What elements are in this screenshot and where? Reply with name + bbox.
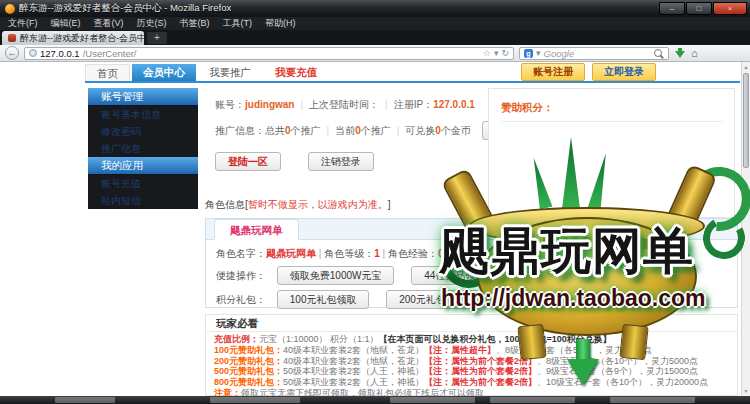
gift-200-button[interactable]: 200元礼包领取 bbox=[386, 290, 479, 309]
scroll-down-icon[interactable]: ▼ bbox=[742, 386, 750, 396]
role-stats-row: 角色名字：飓鼎玩网单 | 角色等级：1 | 角色经验：0 | 元宝：0 | 铜币… bbox=[206, 240, 737, 261]
title-bar: 醉东游--游戏爱好者整合-会员中心 - Mozilla Firefox – □ … bbox=[0, 0, 750, 17]
gift-100-button[interactable]: 100元礼包领取 bbox=[277, 290, 370, 309]
page-content: 首页 会员中心 我要推广 我要充值 账号注册 立即登录 账号管理 账号基本信息 … bbox=[0, 62, 750, 396]
pack-800-line: 800元赞助礼包：50级本职业套装2套（人王，神祗）【注：属性为前个套餐2倍】、… bbox=[214, 377, 729, 388]
windows-taskbar bbox=[0, 396, 750, 404]
sponsor-points-panel: 赞助积分： bbox=[488, 88, 735, 218]
points-gift-row: 积分礼包： 100元礼包领取 200元礼包领取 500元礼包领取 bbox=[216, 290, 737, 309]
site-identity-icon bbox=[29, 49, 37, 57]
free-yuanbao-button[interactable]: 领取免费1000W元宝 bbox=[277, 266, 395, 285]
sidebar-item-site-message[interactable]: 站内短信 bbox=[88, 192, 198, 209]
nav-right-buttons: 账号注册 立即登录 bbox=[514, 62, 656, 81]
promo-label: 推广信息： bbox=[215, 125, 265, 136]
sponsor-points-label: 赞助积分： bbox=[501, 101, 722, 122]
account-value: judingwan bbox=[245, 99, 294, 110]
menu-view[interactable]: 查看(V) bbox=[94, 17, 124, 30]
scrollbar-thumb[interactable] bbox=[743, 73, 749, 168]
navigation-toolbar: ← 127.0.0.1 /UserCenter/ ☆ ▾ ↻ g ▾ Googl… bbox=[0, 45, 750, 62]
window-controls: – □ × bbox=[658, 2, 747, 15]
pack-100-line: 100元赞助礼包：40级本职业套装2套（地狱，苍龙）【注：属性超牛】、8级宝石一… bbox=[214, 345, 729, 356]
menu-bar: 文件(F) 编辑(E) 查看(V) 历史(S) 书签(B) 工具(T) 帮助(H… bbox=[0, 17, 750, 30]
reload-icon[interactable]: ↻ bbox=[501, 48, 509, 59]
new-tab-button[interactable]: + bbox=[147, 32, 167, 44]
role-panel: 飓鼎玩网单 角色名字：飓鼎玩网单 | 角色等级：1 | 角色经验：0 | 元宝：… bbox=[205, 218, 738, 308]
minimize-button[interactable]: – bbox=[659, 2, 685, 15]
sidebar-item-account-basic-info[interactable]: 账号基本信息 bbox=[88, 106, 198, 123]
menu-tools[interactable]: 工具(T) bbox=[223, 17, 253, 30]
home-icon[interactable]: ⌂ bbox=[691, 47, 698, 60]
role-tab-bar: 飓鼎玩网单 bbox=[206, 219, 737, 240]
firefox-icon bbox=[5, 4, 15, 14]
players-must-read-panel: 玩家必看 充值比例：元宝（1:10000） 积分（1:1）【在本页面可以兑换积分… bbox=[205, 314, 738, 396]
menu-help[interactable]: 帮助(H) bbox=[265, 17, 296, 30]
menu-edit[interactable]: 编辑(E) bbox=[51, 17, 81, 30]
sidebar-item-promo-info[interactable]: 推广信息 bbox=[88, 140, 198, 157]
nav-tab-promote[interactable]: 我要推广 bbox=[198, 64, 262, 81]
role-tab[interactable]: 飓鼎玩网单 bbox=[214, 219, 299, 240]
pack-200-line: 200元赞助礼包：40级本职业套装2套（地狱，苍龙）【注：属性为前个套餐2倍】、… bbox=[214, 356, 729, 367]
nav-tab-recharge[interactable]: 我要充值 bbox=[264, 64, 328, 81]
role-info-suffix: ] bbox=[388, 199, 391, 210]
register-button[interactable]: 账号注册 bbox=[521, 63, 585, 81]
taskbar-button[interactable] bbox=[610, 397, 695, 403]
browser-tab[interactable]: 醉东游--游戏爱好者整合-会员中心 bbox=[2, 31, 144, 45]
taskbar-button[interactable] bbox=[210, 397, 300, 403]
nav-tab-home[interactable]: 首页 bbox=[85, 64, 130, 81]
site-favicon bbox=[8, 34, 16, 42]
last-login-label: 上次登陆时间： bbox=[309, 99, 379, 110]
must-read-lines: 充值比例：元宝（1:10000） 积分（1:1）【在本页面可以兑换积分礼包，10… bbox=[206, 332, 737, 396]
account-label: 账号： bbox=[215, 99, 245, 110]
menu-history[interactable]: 历史(S) bbox=[137, 17, 167, 30]
login-zone1-button[interactable]: 登陆一区 bbox=[215, 152, 281, 171]
search-icon[interactable] bbox=[654, 49, 662, 57]
menu-file[interactable]: 文件(F) bbox=[8, 17, 38, 30]
taskbar-button[interactable] bbox=[55, 397, 115, 403]
pack-500-line: 500元赞助礼包：50级本职业套装2套（人王，神祗）【注：属性为前个套餐2倍】、… bbox=[214, 366, 729, 377]
points-gift-label: 积分礼包： bbox=[216, 294, 266, 305]
sidebar-header-my-apps[interactable]: 我的应用 bbox=[88, 157, 198, 175]
search-input[interactable]: g ▾ Google bbox=[519, 47, 669, 60]
search-placeholder: Google bbox=[544, 48, 575, 59]
bookmark-star-icon[interactable]: ☆ bbox=[483, 48, 491, 59]
quick-actions-label: 便捷操作： bbox=[216, 270, 266, 281]
url-bar[interactable]: 127.0.0.1 /UserCenter/ ☆ ▾ ↻ bbox=[24, 47, 514, 60]
promo-convertible: 可兑换 bbox=[405, 125, 435, 136]
role-info-prefix: 角色信息[ bbox=[205, 199, 248, 210]
url-host: 127.0.0.1 bbox=[40, 48, 80, 59]
promo-current: 当前 bbox=[335, 125, 355, 136]
google-icon: g bbox=[524, 49, 533, 58]
url-path: /UserCenter/ bbox=[83, 48, 137, 59]
downloads-icon[interactable] bbox=[674, 47, 686, 59]
role-info-highlight: 暂时不做显示，以游戏内为准。 bbox=[248, 199, 388, 210]
site-top-nav: 首页 会员中心 我要推广 我要充值 账号注册 立即登录 bbox=[85, 62, 740, 83]
task-items-button[interactable]: 44任务品领取 bbox=[411, 266, 498, 285]
page-scrollbar[interactable]: ▲ ▼ bbox=[741, 62, 750, 396]
tab-strip: 醉东游--游戏爱好者整合-会员中心 + bbox=[0, 30, 750, 45]
must-read-title: 玩家必看 bbox=[206, 315, 737, 332]
menu-bookmarks[interactable]: 书签(B) bbox=[180, 17, 210, 30]
recharge-ratio-line: 充值比例：元宝（1:10000） 积分（1:1）【在本页面可以兑换积分礼包，10… bbox=[214, 334, 729, 345]
search-engine-dropdown-icon[interactable]: ▾ bbox=[536, 48, 541, 59]
close-button[interactable]: × bbox=[713, 2, 747, 15]
sidebar: 账号管理 账号基本信息 修改密码 推广信息 我的应用 账号充值 站内短信 bbox=[88, 88, 198, 209]
logout-button[interactable]: 注销登录 bbox=[308, 152, 374, 171]
register-ip-value: 127.0.0.1 bbox=[433, 99, 475, 110]
register-ip-label: 注册IP： bbox=[394, 99, 433, 110]
taskbar-button[interactable] bbox=[390, 397, 475, 403]
taskbar-button[interactable] bbox=[490, 397, 575, 403]
gift-500-button[interactable]: 500元礼包领取 bbox=[496, 290, 589, 309]
firefox-window: 醉东游--游戏爱好者整合-会员中心 - Mozilla Firefox – □ … bbox=[0, 0, 750, 404]
maximize-button[interactable]: □ bbox=[686, 2, 712, 15]
window-title: 醉东游--游戏爱好者整合-会员中心 - Mozilla Firefox bbox=[19, 2, 231, 15]
account-info-row: 账号：judingwan|上次登陆时间：|注册IP：127.0.0.1 bbox=[215, 98, 475, 112]
quick-actions-row: 便捷操作： 领取免费1000W元宝 44任务品领取 bbox=[216, 266, 737, 285]
sidebar-item-change-password[interactable]: 修改密码 bbox=[88, 123, 198, 140]
sidebar-header-account-management[interactable]: 账号管理 bbox=[88, 88, 198, 106]
dropdown-icon[interactable]: ▾ bbox=[494, 48, 499, 59]
scroll-up-icon[interactable]: ▲ bbox=[742, 62, 750, 72]
login-button[interactable]: 立即登录 bbox=[592, 63, 656, 81]
back-button[interactable]: ← bbox=[5, 46, 19, 60]
nav-tab-member-center[interactable]: 会员中心 bbox=[132, 64, 196, 81]
sidebar-item-account-recharge[interactable]: 账号充值 bbox=[88, 175, 198, 192]
